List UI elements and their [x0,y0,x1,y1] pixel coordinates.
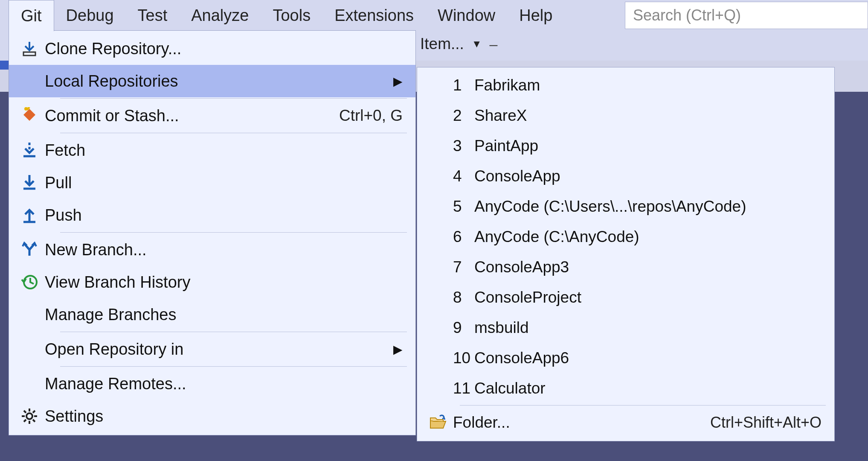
repo-label: AnyCode (C:\Users\...\repos\AnyCode) [474,198,822,216]
menu-local-repositories[interactable]: Local Repositories ▶ [9,65,415,97]
svg-line-18 [24,420,26,422]
repo-index: 4 [453,167,474,185]
menu-view-branch-history[interactable]: View Branch History [9,266,415,298]
menu-manage-remotes[interactable]: Manage Remotes... [9,368,415,400]
svg-point-2 [24,107,28,111]
menu-settings[interactable]: Settings [9,400,415,432]
menu-item-label: Commit or Stash... [45,107,339,125]
menu-commit-stash[interactable]: Commit or Stash... Ctrl+0, G [9,99,415,132]
repo-label: PaintApp [474,137,822,155]
separator [60,133,407,133]
menu-manage-branches[interactable]: Manage Branches [9,298,415,331]
repo-item[interactable]: 4 ConsoleApp [417,161,834,191]
menu-bar: Git Debug Test Analyze Tools Extensions … [0,0,868,31]
repo-label: msbuild [474,319,822,337]
repo-index: 9 [453,319,474,337]
menu-item-label: Local Repositories [45,72,390,90]
repo-index: 1 [453,76,474,94]
repo-index: 10 [453,349,474,367]
repo-item[interactable]: 11 Calculator [417,373,834,403]
menu-new-branch[interactable]: New Branch... [9,233,415,266]
svg-line-16 [33,420,35,422]
menu-item-shortcut: Ctrl+0, G [339,107,403,125]
menu-fetch[interactable]: Fetch [9,134,415,166]
menu-item-label: Manage Remotes... [45,375,403,393]
repo-index: 7 [453,258,474,276]
folder-label: Folder... [453,414,710,432]
repo-index: 5 [453,198,474,216]
separator [60,232,407,233]
repo-label: Calculator [474,379,822,397]
chevron-down-icon[interactable]: ▼ [472,38,482,50]
repo-label: ConsoleApp6 [474,349,822,367]
git-dropdown: Clone Repository... Local Repositories ▶… [9,30,416,435]
menu-item-label: Pull [45,174,403,192]
separator [60,98,407,99]
menu-debug[interactable]: Debug [54,0,126,31]
menu-item-label: View Branch History [45,273,403,292]
repo-index: 2 [453,107,474,125]
repo-label: Fabrikam [474,76,822,94]
separator [60,332,407,332]
push-icon [14,207,45,224]
repo-item[interactable]: 1 Fabrikam [417,70,834,100]
submenu-arrow-icon: ▶ [393,74,403,88]
folder-shortcut: Ctrl+Shift+Alt+O [710,414,822,432]
local-repositories-submenu: 1 Fabrikam 2 ShareX 3 PaintApp 4 Console… [417,67,835,441]
history-icon [14,274,45,291]
svg-rect-1 [23,52,35,55]
toolbar-fragment-label: Item... [420,35,464,53]
repo-item[interactable]: 3 PaintApp [417,131,834,161]
repo-index: 11 [453,379,474,397]
branch-icon [14,241,45,258]
menu-clone-repository[interactable]: Clone Repository... [9,32,415,65]
menu-item-label: Push [45,206,403,225]
menu-test[interactable]: Test [126,0,180,31]
menu-item-label: Clone Repository... [45,40,403,58]
folder-open-icon [422,414,453,432]
repo-item[interactable]: 8 ConsoleProject [417,282,834,312]
submenu-arrow-icon: ▶ [393,342,403,356]
menu-item-label: Settings [45,407,403,426]
separator [60,366,407,367]
repo-item[interactable]: 7 ConsoleApp3 [417,252,834,282]
menu-item-label: Open Repository in [45,340,390,359]
menu-extensions[interactable]: Extensions [322,0,426,31]
svg-line-15 [24,411,26,413]
repo-label: AnyCode (C:\AnyCode) [474,228,822,246]
repo-index: 8 [453,289,474,306]
menu-analyze[interactable]: Analyze [179,0,261,31]
search-box[interactable] [625,2,868,29]
menu-help[interactable]: Help [507,0,564,31]
menu-push[interactable]: Push [9,199,415,231]
pull-icon [14,174,45,191]
toolbar-fragment: Item... ▼ – [420,35,498,53]
search-input[interactable] [633,6,860,24]
commit-icon [14,107,45,124]
fetch-icon [14,142,45,159]
repo-item[interactable]: 10 ConsoleApp6 [417,343,834,373]
repo-item[interactable]: 5 AnyCode (C:\Users\...\repos\AnyCode) [417,191,834,222]
repo-item[interactable]: 2 ShareX [417,100,834,131]
menu-window[interactable]: Window [426,0,507,31]
svg-point-10 [26,413,32,419]
clone-icon [14,40,45,57]
open-folder-item[interactable]: Folder... Ctrl+Shift+Alt+O [417,407,834,438]
menu-item-label: Manage Branches [45,306,403,324]
menu-pull[interactable]: Pull [9,166,415,199]
separator [460,405,826,406]
menu-open-repository-in[interactable]: Open Repository in ▶ [9,333,415,365]
repo-item[interactable]: 9 msbuild [417,312,834,343]
menu-item-label: New Branch... [45,241,403,259]
dash-icon: – [490,36,498,53]
svg-line-17 [33,411,35,413]
repo-index: 6 [453,228,474,246]
repo-label: ConsoleProject [474,289,822,306]
menu-tools[interactable]: Tools [261,0,322,31]
repo-item[interactable]: 6 AnyCode (C:\AnyCode) [417,222,834,252]
menu-git[interactable]: Git [9,0,54,31]
menu-item-label: Fetch [45,141,403,160]
gear-icon [14,408,45,425]
repo-label: ConsoleApp3 [474,258,822,276]
repo-label: ShareX [474,107,822,125]
